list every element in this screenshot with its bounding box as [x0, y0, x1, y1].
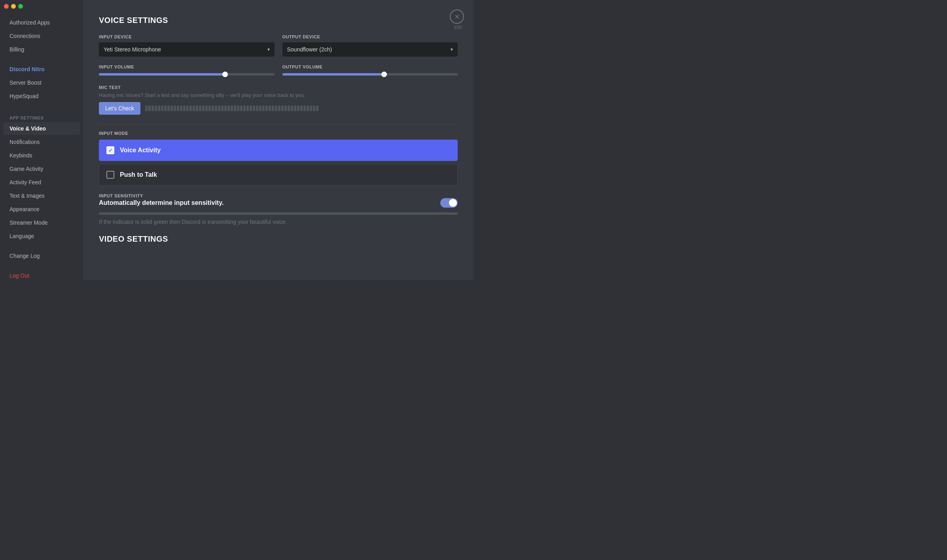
meter-bar — [275, 106, 277, 111]
sidebar-item-server-boost[interactable]: Server Boost — [3, 76, 80, 89]
mic-test-section: MIC TEST Having mic issues? Start a test… — [99, 85, 458, 115]
sidebar: Authorized AppsConnectionsBillingDiscord… — [0, 0, 83, 280]
mode-label-voice-activity: Voice Activity — [120, 147, 161, 154]
meter-bar — [294, 106, 296, 111]
input-volume-group: INPUT VOLUME — [99, 64, 275, 76]
meter-bar — [253, 106, 255, 111]
meter-bar — [234, 106, 236, 111]
meter-bar — [161, 106, 163, 111]
mode-label-push-to-talk: Push to Talk — [120, 171, 157, 178]
meter-bar — [218, 106, 220, 111]
volume-row: INPUT VOLUME OUTPUT VOLUME — [99, 64, 458, 76]
input-mode-section: INPUT MODE Voice ActivityPush to Talk — [99, 131, 458, 185]
meter-bar — [193, 106, 195, 111]
input-volume-track[interactable] — [99, 73, 275, 76]
input-device-group: INPUT DEVICE Yeti Stereo MicrophoneDefau… — [99, 34, 275, 57]
input-volume-fill — [99, 73, 225, 76]
meter-bar — [183, 106, 186, 111]
sensitivity-slider-track[interactable] — [99, 212, 458, 215]
meter-bar — [196, 106, 198, 111]
sensitivity-label: INPUT SENSITIVITY — [99, 193, 458, 198]
traffic-light-red[interactable] — [4, 4, 9, 9]
meter-bar — [189, 106, 192, 111]
meter-bar — [202, 106, 205, 111]
lets-check-button[interactable]: Let's Check — [99, 102, 140, 115]
mode-checkbox-voice-activity — [106, 146, 114, 154]
sidebar-item-billing[interactable]: Billing — [3, 43, 80, 56]
meter-bar — [250, 106, 252, 111]
output-volume-track[interactable] — [282, 73, 458, 76]
meter-bar — [288, 106, 290, 111]
meter-bar — [145, 106, 148, 111]
meter-bar — [243, 106, 246, 111]
meter-bar — [208, 106, 211, 111]
divider — [99, 124, 458, 125]
input-volume-label: INPUT VOLUME — [99, 64, 275, 69]
input-volume-thumb[interactable] — [222, 72, 228, 77]
meter-bar — [291, 106, 293, 111]
sidebar-item-log-out[interactable]: Log Out — [3, 269, 80, 280]
meter-bar — [174, 106, 176, 111]
input-device-select[interactable]: Yeti Stereo MicrophoneDefaultBuilt-in Mi… — [99, 42, 275, 57]
output-volume-label: OUTPUT VOLUME — [282, 64, 458, 69]
meter-bar — [158, 106, 160, 111]
output-volume-fill — [282, 73, 384, 76]
meter-bar — [199, 106, 201, 111]
output-volume-thumb[interactable] — [381, 72, 387, 77]
meter-bar — [170, 106, 173, 111]
sidebar-item-hypesquad[interactable]: HypeSquad — [3, 90, 80, 102]
meter-bar — [269, 106, 271, 111]
sidebar-item-streamer-mode[interactable]: Streamer Mode — [3, 216, 80, 229]
meter-bar — [186, 106, 189, 111]
input-sensitivity-section: INPUT SENSITIVITY Automatically determin… — [99, 193, 458, 225]
sidebar-item-change-log[interactable]: Change Log — [3, 250, 80, 262]
mic-test-label: MIC TEST — [99, 85, 458, 90]
sidebar-item-text-images[interactable]: Text & Images — [3, 189, 80, 202]
traffic-lights — [4, 4, 23, 9]
close-button[interactable]: ✕ — [450, 9, 464, 24]
meter-bar — [227, 106, 230, 111]
output-device-group: OUTPUT DEVICE Soundflower (2ch)DefaultBu… — [282, 34, 458, 57]
meter-bar — [155, 106, 157, 111]
meter-bar — [221, 106, 223, 111]
meter-bar — [148, 106, 151, 111]
device-row: INPUT DEVICE Yeti Stereo MicrophoneDefau… — [99, 34, 458, 57]
sidebar-item-notifications[interactable]: Notifications — [3, 136, 80, 148]
mic-test-row: Let's Check — [99, 102, 458, 115]
audio-meter — [145, 104, 458, 112]
input-mode-label: INPUT MODE — [99, 131, 458, 136]
traffic-light-green[interactable] — [18, 4, 23, 9]
sidebar-item-activity-feed[interactable]: Activity Feed — [3, 176, 80, 189]
mode-checkbox-push-to-talk — [106, 171, 114, 179]
sensitivity-title: Automatically determine input sensitivit… — [99, 199, 223, 206]
sidebar-item-appearance[interactable]: Appearance — [3, 203, 80, 216]
meter-bar — [284, 106, 287, 111]
sidebar-item-keybinds[interactable]: Keybinds — [3, 149, 80, 162]
sidebar-item-discord-nitro[interactable]: Discord Nitro — [3, 63, 80, 76]
meter-bar — [240, 106, 242, 111]
traffic-light-yellow[interactable] — [11, 4, 16, 9]
meter-bar — [281, 106, 284, 111]
toggle-knob — [449, 199, 457, 207]
meter-bar — [262, 106, 265, 111]
output-device-select[interactable]: Soundflower (2ch)DefaultBuilt-in Output — [282, 42, 458, 57]
sensitivity-description: If the indicator is solid green then Dis… — [99, 219, 458, 225]
sensitivity-toggle[interactable] — [440, 198, 458, 208]
meter-bar — [167, 106, 170, 111]
input-mode-push-to-talk[interactable]: Push to Talk — [99, 164, 458, 185]
output-volume-group: OUTPUT VOLUME — [282, 64, 458, 76]
sidebar-item-voice-video[interactable]: Voice & Video — [3, 122, 80, 135]
mic-test-description: Having mic issues? Start a test and say … — [99, 92, 458, 98]
sidebar-item-game-activity[interactable]: Game Activity — [3, 163, 80, 175]
sidebar-item-authorized-apps[interactable]: Authorized Apps — [3, 16, 80, 29]
output-device-select-wrapper: Soundflower (2ch)DefaultBuilt-in Output — [282, 42, 458, 57]
meter-bar — [272, 106, 274, 111]
input-mode-voice-activity[interactable]: Voice Activity — [99, 140, 458, 161]
sidebar-section-label: APP SETTINGS — [0, 109, 83, 122]
meter-bar — [313, 106, 315, 111]
sidebar-item-connections[interactable]: Connections — [3, 30, 80, 42]
meter-bar — [164, 106, 167, 111]
meter-bar — [212, 106, 214, 111]
sensitivity-header: Automatically determine input sensitivit… — [99, 198, 458, 208]
sidebar-item-language[interactable]: Language — [3, 230, 80, 242]
